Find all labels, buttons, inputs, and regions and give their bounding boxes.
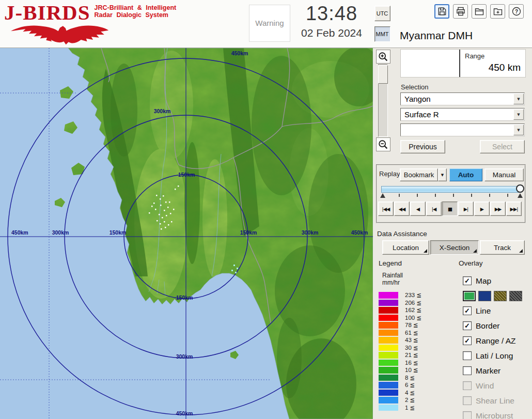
legend-color-swatch [379, 397, 398, 404]
select-button: Select [480, 140, 525, 153]
lati-long-checkbox[interactable] [463, 351, 472, 360]
previous-button[interactable]: Previous [400, 140, 445, 153]
overlay-title: Overlay [459, 259, 483, 267]
chevron-down-icon[interactable]: ▼ [513, 125, 524, 135]
warning-indicator: Warning [249, 5, 290, 42]
jbirds-app: J-BIRDS JRC-Brilliant & Intelligent Rada… [0, 0, 532, 419]
range-label-left-150: 150km [109, 229, 127, 236]
timeline-thumb[interactable] [516, 184, 524, 193]
track-button[interactable]: Track [480, 240, 525, 255]
print-icon [456, 6, 466, 17]
map-color-scheme-row [463, 288, 531, 303]
legend-color-swatch [379, 390, 398, 396]
legend-title: Legend [379, 259, 402, 267]
overlay-item-label: Line [476, 306, 491, 316]
playback-step-forward[interactable]: ▶| [458, 201, 474, 216]
line-checkbox[interactable]: ✓ [463, 306, 472, 315]
utc-button[interactable]: UTC [374, 6, 390, 21]
legend-row-label: 6 ≦ [405, 381, 415, 389]
manual-mode-button[interactable]: Manual [484, 168, 524, 181]
map-color-gray-swatch[interactable] [509, 291, 522, 301]
mmt-button[interactable]: MMT [374, 26, 390, 42]
import-folder-button[interactable] [490, 4, 505, 19]
chevron-down-icon[interactable]: ▼ [513, 109, 524, 120]
site-select[interactable]: Yangon ▼ [400, 92, 525, 105]
legend-row: 8 ≦ [379, 374, 421, 382]
playback-skip-to-start[interactable]: |◀◀ [378, 201, 394, 216]
border-checkbox[interactable]: ✓ [463, 321, 472, 330]
legend-row-label: 78 ≦ [405, 321, 418, 329]
zoom-in-button[interactable] [376, 50, 390, 64]
playback-play[interactable]: ▶ [474, 201, 490, 216]
radar-map[interactable]: 450km 300km 150km 450km 300km 150km 150k… [0, 48, 373, 419]
legend-row-label: 206 ≦ [405, 299, 421, 306]
save-button[interactable] [434, 4, 449, 19]
open-folder-button[interactable] [472, 4, 487, 19]
bookmark-dropdown-icon[interactable]: ▼ [438, 168, 447, 181]
timeline-start-marker [380, 193, 385, 198]
timeline-ticks [399, 194, 508, 197]
overlay-item-line: ✓ Line [463, 303, 531, 318]
zoom-scrollbar-track[interactable] [378, 64, 388, 137]
clock-time: 13:48 [292, 2, 371, 25]
chevron-down-icon[interactable]: ▼ [513, 94, 524, 104]
marker-checkbox[interactable] [463, 366, 472, 375]
replay-group: Replay Bookmark ▼ Auto Manual |◀◀ ◀◀ ◀ |… [376, 164, 526, 223]
range-az-checkbox[interactable]: ✓ [463, 336, 472, 345]
legend-row: 162 ≦ [379, 306, 421, 314]
legend-row-label: 43 ≦ [405, 336, 418, 344]
rainfall-legend: 233 ≦ 206 ≦ 162 ≦ 100 ≦ 78 ≦ 61 ≦ 43 ≦ 3… [379, 291, 421, 411]
legend-row-label: 233 ≦ [405, 291, 421, 299]
zoom-in-icon [378, 51, 389, 63]
open-folder-icon [474, 6, 484, 17]
legend-row-label: 30 ≦ [405, 344, 418, 351]
range-label-left-300: 300km [52, 229, 69, 236]
playback-skip-to-end[interactable]: ▶▶| [506, 201, 522, 216]
logo-subtitle: JRC-Brilliant & Intelligent Radar Dialog… [94, 4, 176, 19]
station-title: Myanmar DMH [400, 29, 473, 42]
overlay-item-label: Marker [476, 366, 500, 376]
map-color-olive-swatch[interactable] [494, 291, 507, 301]
legend-unit-line2: mm/hr [382, 279, 403, 286]
legend-row-label: 16 ≦ [405, 359, 418, 366]
xsection-button[interactable]: X-Section [430, 240, 479, 255]
print-button[interactable] [453, 4, 468, 19]
replay-timeline [381, 185, 522, 199]
range-label-top-300: 300km [154, 108, 171, 114]
map-checkbox[interactable]: ✓ [463, 276, 472, 285]
help-button[interactable]: ? [509, 4, 524, 19]
timezone-toggle: UTC MMT [373, 6, 392, 42]
range-label: Range [465, 52, 484, 60]
extra-select[interactable]: ▼ [400, 123, 525, 136]
map-color-green-swatch[interactable] [463, 291, 476, 301]
playback-stop[interactable]: ■ [442, 201, 458, 216]
legend-row: 206 ≦ [379, 299, 421, 307]
timeline-track[interactable] [381, 186, 522, 193]
product-select[interactable]: Surface R ▼ [400, 108, 525, 121]
bookmark-button[interactable]: Bookmark [400, 168, 438, 181]
range-label-bottom-450: 450km [176, 410, 193, 416]
import-folder-icon [493, 6, 503, 17]
legend-row-label: 8 ≦ [405, 374, 415, 381]
location-button[interactable]: Location [382, 240, 429, 255]
overlay-item-shear-line: Shear Line [463, 393, 531, 408]
map-svg: 450km 300km 150km 450km 300km 150km 150k… [0, 48, 373, 419]
map-color-navy-swatch[interactable] [478, 291, 491, 301]
playback-play-reverse[interactable]: ◀ [410, 201, 426, 216]
legend-color-swatch [379, 322, 398, 329]
legend-units: Rainfall mm/hr [382, 272, 403, 286]
legend-row-label: 21 ≦ [405, 351, 418, 359]
auto-mode-button[interactable]: Auto [449, 168, 482, 181]
overlay-item-microburst: Microburst [463, 408, 531, 419]
legend-row: 1 ≦ [379, 404, 421, 412]
playback-step-back[interactable]: |◀ [426, 201, 442, 216]
range-label-right-150: 150km [240, 229, 257, 236]
zoom-out-button[interactable] [376, 137, 390, 151]
playback-fast-forward[interactable]: ▶▶ [490, 201, 506, 216]
zoom-scrollbar-thumb[interactable] [378, 65, 388, 84]
legend-row: 4 ≦ [379, 389, 421, 397]
playback-fast-rewind[interactable]: ◀◀ [394, 201, 410, 216]
logo-subtitle-line2: Radar Dialogic System [94, 11, 176, 19]
legend-row: 61 ≦ [379, 329, 421, 337]
zoom-control [374, 50, 392, 151]
